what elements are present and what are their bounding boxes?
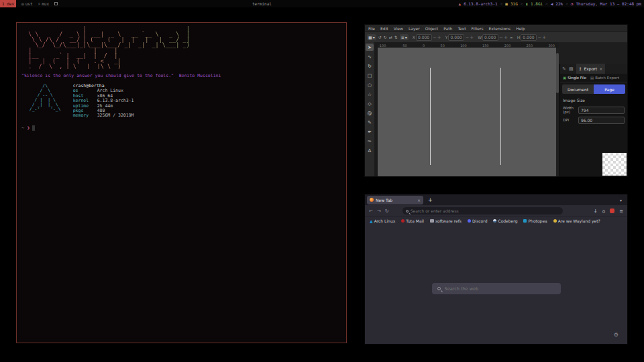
workspace-dev[interactable]: 1 dev	[0, 0, 16, 7]
lock-ratio-icon[interactable]: ∞	[510, 35, 513, 40]
flip-horizontal-icon[interactable]: ⇄	[389, 35, 392, 40]
pencil-tool-icon[interactable]: ✎	[366, 119, 374, 126]
bookmark-codeberg[interactable]: Codeberg	[493, 219, 517, 223]
kernel-version: 6.13.8-arch3-1	[464, 1, 498, 6]
reload-button[interactable]: ↻	[385, 208, 389, 214]
w-value[interactable]: 0.000	[482, 34, 498, 41]
decrement-icon[interactable]: −	[465, 35, 469, 40]
tab-single-file[interactable]: ▣ Single File	[563, 76, 586, 80]
x-value[interactable]: 0.000	[416, 34, 432, 41]
menu-view[interactable]: View	[394, 26, 403, 31]
firefox-window[interactable]: New Tab × + ▾ ← → ↻ ↓ ⌂ ≡ ▲ Arch Linux T…	[364, 194, 628, 345]
z-order-dropdown[interactable]: ≡ ▾	[400, 34, 409, 40]
menu-icon[interactable]: ≡	[619, 208, 623, 214]
new-tab-button[interactable]: +	[428, 197, 433, 203]
height-spinbox[interactable]: H 0.000 − +	[517, 34, 546, 41]
menu-help[interactable]: Help	[516, 26, 525, 31]
text-tool-icon[interactable]: A	[366, 147, 374, 154]
navigation-bar: ← → ↻ ↓ ⌂ ≡	[365, 205, 627, 217]
personalize-gear-icon[interactable]: ⚙	[614, 332, 619, 338]
forward-button[interactable]: →	[377, 208, 381, 214]
volume-icon: ◀	[551, 1, 553, 6]
decrement-icon[interactable]: −	[499, 35, 503, 40]
decrement-icon[interactable]: −	[433, 35, 437, 40]
document-button[interactable]: Document	[562, 84, 594, 94]
increment-icon[interactable]: +	[504, 35, 508, 40]
bookmark-discord[interactable]: Discord	[468, 219, 488, 223]
increment-icon[interactable]: +	[470, 35, 474, 40]
search-icon	[406, 210, 409, 213]
prompt-symbol: ❯	[27, 125, 30, 131]
rectangle-tool-icon[interactable]: □	[366, 72, 374, 79]
back-button[interactable]: ←	[369, 208, 373, 214]
menu-text[interactable]: Text	[458, 26, 466, 31]
selector-tool-icon[interactable]: ➤	[366, 44, 374, 51]
tab-new-tab[interactable]: New Tab ×	[367, 196, 423, 204]
canvas[interactable]	[378, 48, 556, 176]
close-icon[interactable]: ×	[599, 66, 602, 71]
layers-dialog-icon[interactable]: ▤	[569, 66, 574, 72]
menu-file[interactable]: File	[368, 26, 375, 31]
shape-builder-tool-icon[interactable]: ↻	[366, 62, 374, 70]
canvas-scrollbar[interactable]	[556, 48, 559, 176]
workspace-mux[interactable]: ♯ mux	[38, 1, 49, 6]
menu-filters[interactable]: Filters	[472, 26, 484, 31]
selection-mode-dropdown[interactable]: ▦ ▾	[367, 34, 376, 40]
ublock-icon[interactable]	[610, 208, 614, 213]
downloads-icon[interactable]: ↓	[594, 208, 598, 214]
export-preview	[602, 153, 627, 176]
inkscape-window[interactable]: File Edit View Layer Object Path Text Fi…	[364, 24, 628, 177]
width-spinbox[interactable]: W 0.000 − +	[478, 34, 508, 41]
terminal-window[interactable]: | | \ \ / _ \ | __| _ \ __ `__ \ _ \ | \…	[16, 22, 347, 343]
workspace-ust-label: ust	[25, 1, 33, 6]
y-spinbox[interactable]: Y 0.000 − +	[445, 34, 474, 41]
extension-icon[interactable]: ⌂	[602, 208, 605, 214]
objects-dialog-icon[interactable]: ✎	[562, 66, 566, 72]
volume-level: 22%	[555, 1, 563, 6]
workspace-ust[interactable]: ◎ ust	[21, 1, 32, 6]
clock-icon: ◔	[571, 1, 574, 6]
tab-batch-export[interactable]: ▤ Batch Export	[590, 76, 619, 80]
url-input[interactable]	[411, 208, 559, 213]
menu-extensions[interactable]: Extensions	[489, 26, 511, 31]
tab-close-icon[interactable]: ×	[417, 198, 421, 202]
menu-path[interactable]: Path	[443, 26, 452, 31]
menu-edit[interactable]: Edit	[380, 26, 388, 31]
node-tool-icon[interactable]: ∿	[366, 53, 374, 60]
scrollbar-thumb[interactable]	[556, 53, 559, 93]
web-search-bar[interactable]	[432, 283, 561, 294]
decrement-icon[interactable]: −	[537, 35, 541, 40]
bookmark-folder-software-refs[interactable]: software refs	[430, 219, 462, 223]
shell-prompt[interactable]: ~ ❯	[21, 125, 341, 131]
dialog-tab-bar: ✎ ▤ ↥ Export ×	[560, 64, 627, 74]
increment-icon[interactable]: +	[437, 35, 441, 40]
bookmark-photopea[interactable]: Photopea	[523, 219, 547, 223]
list-all-tabs-icon[interactable]: ▾	[620, 198, 625, 202]
export-dialog-tab[interactable]: ↥ Export ×	[576, 64, 606, 74]
ellipse-tool-icon[interactable]: ○	[366, 81, 374, 88]
flip-vertical-icon[interactable]: ⇅	[394, 35, 398, 40]
web-search-input[interactable]	[445, 286, 555, 292]
h-value[interactable]: 0.000	[521, 34, 537, 41]
box-tool-icon[interactable]: ◇	[366, 100, 374, 107]
rotate-ccw-icon[interactable]: ↺	[378, 35, 382, 40]
bookmark-arch-linux[interactable]: ▲ Arch Linux	[370, 219, 395, 223]
menu-layer[interactable]: Layer	[409, 26, 420, 31]
bookmark-are-we-wayland-yet[interactable]: Are we Wayland yet?	[553, 219, 600, 223]
page-button[interactable]: Page	[594, 84, 625, 94]
bookmark-tuta-mail[interactable]: Tuta Mail	[401, 219, 424, 223]
width-input[interactable]	[578, 107, 625, 114]
fetch-info: crash@bertha osArch Linux hostx86_64 ker…	[73, 84, 134, 119]
menu-object[interactable]: Object	[425, 26, 439, 31]
spiral-tool-icon[interactable]: @	[366, 109, 374, 117]
url-bar[interactable]	[402, 207, 563, 215]
pen-tool-icon[interactable]: ✒	[366, 128, 374, 135]
codeberg-icon	[493, 219, 496, 223]
x-spinbox[interactable]: X 0.000 − +	[413, 34, 441, 41]
increment-icon[interactable]: +	[542, 35, 546, 40]
star-tool-icon[interactable]: ☆	[366, 90, 374, 98]
rotate-cw-icon[interactable]: ↻	[384, 35, 387, 40]
y-value[interactable]: 0.000	[448, 34, 464, 41]
dpi-input[interactable]	[578, 117, 625, 124]
calligraphy-tool-icon[interactable]: ✑	[366, 137, 374, 145]
